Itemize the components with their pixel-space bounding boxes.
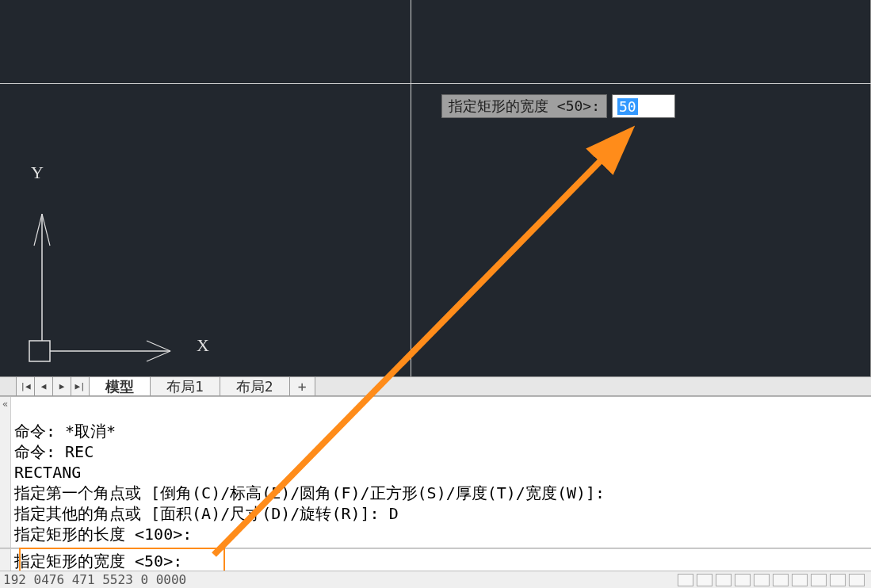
status-bar: 192 0476 471 5523 0 0000 bbox=[0, 571, 871, 588]
tab-layout1[interactable]: 布局1 bbox=[151, 377, 220, 395]
tab-nav-prev-button[interactable]: ◀ bbox=[35, 377, 53, 395]
crosshair-horizontal bbox=[0, 83, 871, 84]
ucs-y-axis-icon bbox=[28, 158, 59, 349]
command-input[interactable]: 指定矩形的宽度 <50>: bbox=[11, 549, 871, 571]
dynamic-input-tooltip: 指定矩形的宽度 <50>: 50 bbox=[441, 94, 675, 118]
command-history-line: 指定其他的角点或 [面积(A)/尺寸(D)/旋转(R)]: D bbox=[14, 504, 399, 523]
ucs-y-label: Y bbox=[31, 162, 44, 183]
status-toggle-icons bbox=[678, 574, 871, 586]
dynamic-input-value: 50 bbox=[617, 98, 638, 115]
drawing-viewport[interactable]: 指定矩形的宽度 <50>: 50 Y X bbox=[0, 0, 871, 376]
tab-nav-last-button[interactable]: ▶| bbox=[71, 377, 90, 395]
svg-line-5 bbox=[147, 341, 170, 351]
command-input-gutter bbox=[0, 549, 11, 571]
dynamic-input-field[interactable]: 50 bbox=[612, 94, 675, 118]
tab-label: 模型 bbox=[105, 377, 134, 396]
status-toggle-icon[interactable] bbox=[811, 574, 827, 586]
status-toggle-icon[interactable] bbox=[792, 574, 808, 586]
svg-rect-3 bbox=[29, 341, 50, 361]
status-coordinates: 192 0476 471 5523 0 0000 bbox=[3, 572, 191, 587]
svg-line-2 bbox=[42, 214, 50, 246]
command-history-line: 指定矩形的长度 <100>: bbox=[14, 525, 192, 544]
command-history-line: 指定第一个角点或 [倒角(C)/标高(E)/圆角(F)/正方形(S)/厚度(T)… bbox=[14, 483, 605, 502]
command-history-line: RECTANG bbox=[14, 463, 81, 482]
status-toggle-icon[interactable] bbox=[849, 574, 865, 586]
command-history-line: 命令: *取消* bbox=[14, 422, 116, 441]
status-toggle-icon[interactable] bbox=[830, 574, 846, 586]
command-history-toggle[interactable]: « bbox=[0, 397, 11, 548]
status-coordinates-text: 192 0476 471 5523 0 0000 bbox=[3, 572, 186, 587]
tab-model[interactable]: 模型 bbox=[90, 377, 151, 395]
crosshair-vertical bbox=[411, 0, 411, 376]
tab-nav-first-button[interactable]: |◀ bbox=[17, 377, 35, 395]
command-history-text[interactable]: 命令: *取消* 命令: REC RECTANG 指定第一个角点或 [倒角(C)… bbox=[11, 397, 871, 548]
dynamic-input-prompt: 指定矩形的宽度 <50>: bbox=[441, 94, 607, 118]
tab-add-button[interactable]: + bbox=[290, 377, 315, 395]
tab-label: 布局1 bbox=[166, 377, 204, 396]
command-history-line: 命令: REC bbox=[14, 442, 94, 461]
tab-nav-group: |◀ ◀ ▶ ▶| bbox=[16, 377, 90, 395]
status-toggle-icon[interactable] bbox=[716, 574, 732, 586]
status-toggle-icon[interactable] bbox=[773, 574, 789, 586]
svg-line-1 bbox=[34, 214, 42, 246]
status-toggle-icon[interactable] bbox=[735, 574, 751, 586]
status-toggle-icon[interactable] bbox=[678, 574, 693, 586]
svg-line-6 bbox=[147, 351, 170, 361]
ucs-x-axis-icon bbox=[28, 333, 202, 372]
status-toggle-icon[interactable] bbox=[754, 574, 770, 586]
status-toggle-icon[interactable] bbox=[697, 574, 712, 586]
tab-label: 布局2 bbox=[236, 377, 273, 396]
ucs-x-label: X bbox=[197, 335, 209, 356]
command-input-row: 指定矩形的宽度 <50>: bbox=[0, 548, 871, 571]
command-input-prompt: 指定矩形的宽度 <50>: bbox=[14, 552, 182, 571]
model-layout-tab-strip: |◀ ◀ ▶ ▶| 模型 布局1 布局2 + bbox=[0, 376, 871, 396]
tab-layout2[interactable]: 布局2 bbox=[220, 377, 290, 395]
command-history-panel: « 命令: *取消* 命令: REC RECTANG 指定第一个角点或 [倒角(… bbox=[0, 396, 871, 548]
app-root: 指定矩形的宽度 <50>: 50 Y X bbox=[0, 0, 871, 588]
tab-nav-next-button[interactable]: ▶ bbox=[53, 377, 71, 395]
